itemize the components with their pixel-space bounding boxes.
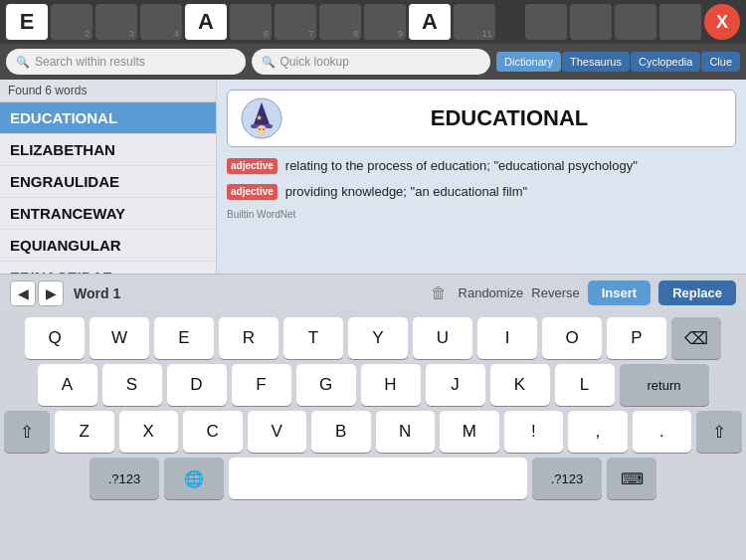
found-words-header: Found 6 words (0, 80, 216, 102)
key-backspace[interactable]: ⌫ (671, 317, 721, 359)
word-item-entranceway[interactable]: ENTRANCEWAY (0, 198, 216, 230)
tile-2[interactable]: 2 (51, 4, 93, 40)
tile-8[interactable]: 8 (319, 4, 361, 40)
key-i[interactable]: I (477, 317, 537, 359)
search-within-box[interactable]: 🔍 Search within results (6, 49, 246, 75)
keyboard-row-2: A S D F G H J K L return (4, 364, 742, 406)
key-shift-right[interactable]: ⇧ (696, 411, 742, 453)
tab-cyclopedia[interactable]: Cyclopedia (631, 52, 700, 72)
tab-dictionary[interactable]: Dictionary (496, 52, 561, 72)
word-item-engraulidae[interactable]: ENGRAULIDAE (0, 166, 216, 198)
tile-5[interactable]: A (185, 4, 227, 40)
right-panel: ★ EDUCATIONAL adjective relating to the … (217, 80, 746, 274)
reverse-button[interactable]: Reverse (531, 285, 579, 300)
key-x[interactable]: X (119, 411, 179, 453)
key-n[interactable]: N (376, 411, 436, 453)
key-w[interactable]: W (90, 317, 149, 359)
keyboard-row-1: Q W E R T Y U I O P ⌫ (4, 317, 742, 359)
key-period[interactable]: . (633, 411, 692, 453)
key-e[interactable]: E (154, 317, 214, 359)
key-y[interactable]: Y (348, 317, 408, 359)
svg-point-4 (257, 125, 267, 135)
tab-thesaurus[interactable]: Thesaurus (562, 52, 630, 72)
toolbar-actions: 🗑 Randomize Reverse Insert Replace (431, 280, 736, 305)
key-keyboard-dismiss[interactable]: ⌨ (607, 458, 656, 499)
word-item-elizabethan[interactable]: ELIZABETHAN (0, 134, 216, 166)
svg-text:★: ★ (256, 113, 263, 122)
quick-lookup-placeholder: Quick lookup (280, 55, 349, 69)
svg-point-5 (259, 128, 261, 130)
key-h[interactable]: H (361, 364, 421, 406)
word-item-equiangular[interactable]: EQUIANGULAR (0, 230, 216, 262)
definition-text-2: providing knowledge; "an educational fil… (285, 183, 527, 201)
main-area: Found 6 words EDUCATIONAL ELIZABETHAN EN… (0, 80, 746, 274)
word-item-educational[interactable]: EDUCATIONAL (0, 102, 216, 134)
insert-button[interactable]: Insert (588, 280, 651, 305)
key-l[interactable]: L (555, 364, 615, 406)
key-globe[interactable]: 🌐 (164, 458, 224, 499)
quick-lookup-box[interactable]: 🔍 Quick lookup (252, 49, 491, 75)
tile-6[interactable]: 6 (230, 4, 272, 40)
prev-arrow-button[interactable]: ◀ (10, 280, 36, 306)
key-r[interactable]: R (219, 317, 279, 359)
key-b[interactable]: B (311, 411, 371, 453)
tab-clue[interactable]: Clue (701, 52, 740, 72)
key-q[interactable]: Q (25, 317, 85, 359)
key-u[interactable]: U (413, 317, 472, 359)
next-arrow-button[interactable]: ▶ (38, 280, 64, 306)
key-exclaim[interactable]: ! (504, 411, 564, 453)
tile-1[interactable]: E (6, 4, 48, 40)
key-a[interactable]: A (38, 364, 97, 406)
key-comma[interactable]: , (568, 411, 628, 453)
key-p[interactable]: P (607, 317, 666, 359)
key-s[interactable]: S (102, 364, 162, 406)
svg-point-6 (263, 128, 265, 130)
quick-lookup-icon: 🔍 (262, 56, 276, 69)
tile-3[interactable]: 3 (95, 4, 137, 40)
key-k[interactable]: K (490, 364, 550, 406)
trash-icon[interactable]: 🗑 (431, 284, 447, 302)
tile-dark-4[interactable] (659, 4, 701, 40)
key-z[interactable]: Z (55, 411, 114, 453)
tile-4[interactable]: 4 (140, 4, 182, 40)
key-c[interactable]: C (183, 411, 243, 453)
key-j[interactable]: J (426, 364, 485, 406)
key-d[interactable]: D (167, 364, 227, 406)
tile-row: E 2 3 4 A 6 7 8 9 A 11 X (0, 0, 746, 44)
tile-10[interactable]: A (409, 4, 451, 40)
key-t[interactable]: T (283, 317, 343, 359)
search-row: 🔍 Search within results 🔍 Quick lookup D… (0, 44, 746, 80)
keyboard-row-4: .?123 🌐 .?123 ⌨ (4, 458, 742, 499)
key-f[interactable]: F (232, 364, 291, 406)
pos-badge-2: adjective (227, 184, 278, 200)
pos-badge-1: adjective (227, 158, 278, 174)
left-panel: Found 6 words EDUCATIONAL ELIZABETHAN EN… (0, 80, 217, 274)
key-space[interactable] (229, 458, 527, 499)
tile-9[interactable]: 9 (364, 4, 406, 40)
word-item-erinaceidaf[interactable]: ERINACEIDAF (0, 262, 216, 274)
definition-entry-2: adjective providing knowledge; "an educa… (227, 183, 736, 201)
key-v[interactable]: V (248, 411, 307, 453)
replace-button[interactable]: Replace (658, 280, 736, 305)
bottom-toolbar: ◀ ▶ Word 1 🗑 Randomize Reverse Insert Re… (0, 274, 746, 311)
key-shift-left[interactable]: ⇧ (4, 411, 50, 453)
key-o[interactable]: O (542, 317, 602, 359)
randomize-button[interactable]: Randomize (459, 285, 524, 300)
tile-dark-2[interactable] (570, 4, 612, 40)
wizard-icon: ★ (240, 96, 283, 140)
key-sym-right[interactable]: .?123 (532, 458, 602, 499)
tile-7[interactable]: 7 (275, 4, 316, 40)
search-within-icon: 🔍 (16, 56, 30, 69)
close-button[interactable]: X (704, 4, 740, 40)
tile-11[interactable]: 11 (454, 4, 495, 40)
search-within-placeholder: Search within results (35, 55, 145, 69)
key-m[interactable]: M (440, 411, 499, 453)
keyboard: Q W E R T Y U I O P ⌫ A S D F G H J K L … (0, 311, 746, 508)
tile-dark-3[interactable] (615, 4, 656, 40)
tile-dark-1[interactable] (525, 4, 567, 40)
key-sym-left[interactable]: .?123 (90, 458, 159, 499)
key-g[interactable]: G (296, 364, 356, 406)
definition-header: ★ EDUCATIONAL (227, 90, 736, 147)
nav-arrows: ◀ ▶ (10, 280, 64, 306)
key-return[interactable]: return (620, 364, 709, 406)
